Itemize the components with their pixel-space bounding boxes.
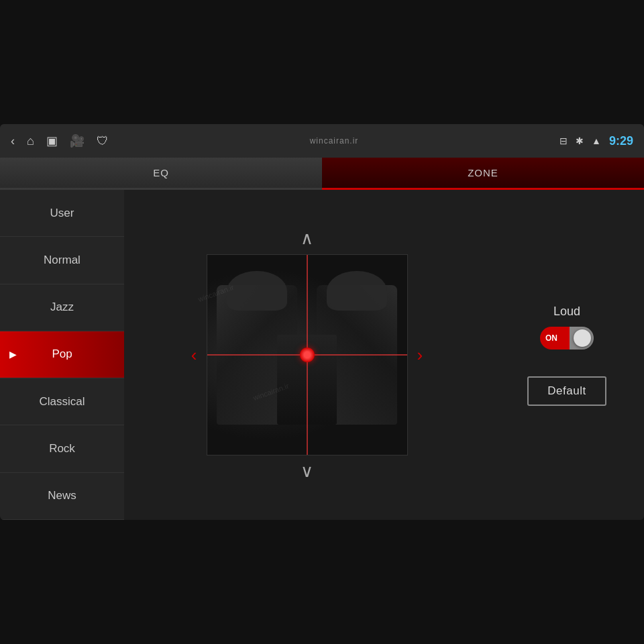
device: ‹ ⌂ ▣ 🎥 🛡 wincairan.ir ⊟ ✱ ▲ 9:29 EQ ZON… <box>0 124 644 520</box>
right-icons: ⊟ ✱ ▲ 9:29 <box>559 134 633 148</box>
back-icon[interactable]: ‹ <box>11 134 15 148</box>
sidebar-item-normal[interactable]: Normal <box>0 237 124 284</box>
arrow-right-button[interactable]: › <box>417 345 423 366</box>
clock: 9:29 <box>609 134 633 148</box>
brand-watermark: wincairan.ir <box>121 136 547 146</box>
arrow-left-button[interactable]: ‹ <box>191 345 197 366</box>
cast-icon: ⊟ <box>559 136 568 146</box>
crosshair <box>207 255 407 455</box>
status-bar: ‹ ⌂ ▣ 🎥 🛡 wincairan.ir ⊟ ✱ ▲ 9:29 <box>0 124 644 158</box>
zone-row: ‹ <box>191 254 423 455</box>
sidebar-item-news[interactable]: News <box>0 473 124 520</box>
default-button[interactable]: Default <box>527 376 606 406</box>
wifi-icon: ▲ <box>592 136 601 146</box>
toggle-thumb <box>574 329 591 347</box>
zone-inner: ∧ ‹ <box>191 228 423 482</box>
tab-eq[interactable]: EQ <box>0 158 322 190</box>
camera-icon[interactable]: 🎥 <box>70 133 85 148</box>
bluetooth-icon: ✱ <box>576 136 584 146</box>
sidebar-item-classical[interactable]: Classical <box>0 378 124 425</box>
loud-label: Loud <box>553 305 580 319</box>
bag-icon[interactable]: 🛡 <box>97 134 109 148</box>
sidebar-item-rock[interactable]: Rock <box>0 425 124 472</box>
tab-bar: EQ ZONE <box>0 158 644 190</box>
loud-section: Loud ON <box>540 305 594 350</box>
outer-frame: ‹ ⌂ ▣ 🎥 🛡 wincairan.ir ⊟ ✱ ▲ 9:29 EQ ZON… <box>0 0 644 644</box>
loud-toggle[interactable]: ON <box>540 327 594 350</box>
play-icon: ▶ <box>9 349 17 360</box>
right-panel: Loud ON Default <box>490 190 644 520</box>
main-content: User Normal Jazz ▶ Pop Classical Rock <box>0 190 644 520</box>
sidebar-item-user[interactable]: User <box>0 190 124 237</box>
car-image-box <box>207 254 408 455</box>
sidebar-item-jazz[interactable]: Jazz <box>0 284 124 331</box>
sidebar: User Normal Jazz ▶ Pop Classical Rock <box>0 190 124 520</box>
zone-area: ∧ ‹ <box>124 190 490 520</box>
crosshair-dot <box>300 347 315 362</box>
tab-zone[interactable]: ZONE <box>322 158 644 190</box>
nav-icons: ‹ ⌂ ▣ 🎥 🛡 <box>11 133 109 148</box>
home-icon[interactable]: ⌂ <box>27 134 34 148</box>
sidebar-item-pop[interactable]: ▶ Pop <box>0 331 124 378</box>
recents-icon[interactable]: ▣ <box>46 133 58 148</box>
arrow-down-button[interactable]: ∨ <box>301 461 313 482</box>
toggle-on-label: ON <box>545 333 557 343</box>
arrow-up-button[interactable]: ∧ <box>301 228 313 249</box>
